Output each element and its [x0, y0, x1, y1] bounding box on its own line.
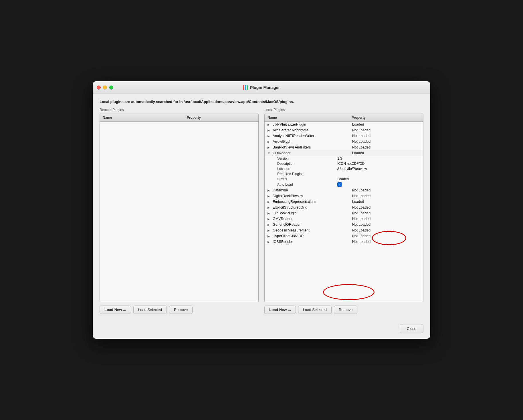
detail-value: 1.3 — [337, 156, 420, 161]
plugin-property: Not Loaded — [352, 145, 420, 149]
minimize-button[interactable] — [103, 86, 107, 90]
remote-table-body[interactable] — [100, 122, 258, 302]
remote-panel-label: Remote Plugins — [100, 108, 259, 112]
plugin-name: EmbossingRepresentations — [273, 200, 352, 204]
list-item[interactable]: ▼ CDIReader Loaded — [265, 150, 423, 156]
local-remove-button[interactable]: Remove — [334, 306, 357, 314]
list-item[interactable]: ▶ AnalyzeNIfTIReaderWriter Not Loaded — [265, 133, 423, 139]
list-item[interactable]: ▶ FlipBookPlugin Not Loaded — [265, 210, 423, 216]
remote-remove-button[interactable]: Remove — [169, 306, 193, 314]
close-button[interactable] — [97, 86, 101, 90]
plugin-property: Not Loaded — [352, 134, 420, 138]
detail-key: Status — [277, 177, 337, 181]
app-icon — [243, 85, 248, 90]
title-bar: Plugin Manager — [93, 81, 430, 94]
list-item[interactable]: ▶ DigitalRockPhysics Not Loaded — [265, 193, 423, 199]
plugin-name: Datamine — [273, 188, 352, 192]
detail-row: Status Loaded — [265, 177, 423, 182]
plugin-name: GeodesicMeasurement — [273, 228, 352, 232]
plugin-name: FlipBookPlugin — [273, 211, 352, 215]
expand-icon: ▶ — [268, 235, 272, 238]
list-item[interactable]: ▶ ArrowGlyph Not Loaded — [265, 139, 423, 144]
plugin-property: Not Loaded — [352, 211, 420, 215]
expand-icon: ▶ — [268, 189, 272, 192]
plugin-property: Not Loaded — [352, 234, 420, 238]
remote-load-new-button[interactable]: Load New ... — [100, 306, 131, 314]
window-title: Plugin Manager — [250, 85, 280, 90]
auto-load-row: Auto Load ✓ — [265, 182, 423, 187]
local-panel-label: Local Plugins — [264, 108, 423, 112]
detail-row: Version 1.3 — [265, 156, 423, 161]
list-item[interactable]: ▶ IOSSReader Not Loaded — [265, 239, 423, 245]
plugin-property: Not Loaded — [352, 194, 420, 198]
plugin-name: GMVReader — [273, 217, 352, 221]
local-load-selected-button[interactable]: Load Selected — [298, 306, 332, 314]
detail-key: Auto Load — [277, 183, 337, 187]
detail-key: Required Plugins — [277, 172, 337, 176]
local-panel: Local Plugins Name Property ▶ vtkPVIniti… — [264, 108, 423, 314]
expand-icon: ▶ — [268, 134, 272, 138]
auto-load-checkbox[interactable]: ✓ — [337, 182, 342, 187]
detail-row: Description ICON netCDF/CDI — [265, 161, 423, 166]
plugin-name: AcceleratedAlgorithms — [273, 128, 352, 132]
list-item[interactable]: ▶ EmbossingRepresentations Loaded — [265, 199, 423, 205]
list-item[interactable]: ▶ ExplicitStructuredGrid Not Loaded — [265, 205, 423, 210]
detail-row: Location /Users/flo/Paraview — [265, 166, 423, 171]
expand-icon: ▶ — [268, 195, 272, 198]
expand-icon: ▶ — [268, 229, 272, 232]
window-content: Local plugins are automatically searched… — [93, 94, 430, 321]
plugin-name: GenericIOReader — [273, 223, 352, 227]
plugin-property: Not Loaded — [352, 217, 420, 221]
expand-icon: ▶ — [268, 212, 272, 215]
list-item[interactable]: ▶ Datamine Not Loaded — [265, 187, 423, 193]
expand-icon: ▶ — [268, 129, 272, 132]
plugin-name: BagPlotViewsAndFilters — [273, 145, 352, 149]
expand-icon: ▶ — [268, 140, 272, 143]
expand-icon: ▶ — [268, 217, 272, 221]
local-load-new-button[interactable]: Load New ... — [264, 306, 296, 314]
detail-key: Location — [277, 167, 337, 171]
detail-value: Loaded — [337, 177, 420, 181]
local-table-header: Name Property — [265, 114, 423, 122]
plugin-name: IOSSReader — [273, 240, 352, 244]
remote-table-header: Name Property — [100, 114, 258, 122]
plugin-property: Loaded — [352, 200, 420, 204]
local-table-body[interactable]: ▶ vtkPVInitializerPlugin Loaded ▶ Accele… — [265, 122, 423, 302]
plugin-name: ArrowGlyph — [273, 140, 352, 144]
plugin-property: Not Loaded — [352, 205, 420, 209]
traffic-lights — [97, 86, 113, 90]
plugin-name: DigitalRockPhysics — [273, 194, 352, 198]
plugin-manager-window: Plugin Manager Local plugins are automat… — [93, 81, 430, 339]
close-dialog-button[interactable]: Close — [400, 324, 423, 333]
plugin-name: HyperTreeGridADR — [273, 234, 352, 238]
plugin-property: Not Loaded — [352, 228, 420, 232]
list-item[interactable]: ▶ GenericIOReader Not Loaded — [265, 222, 423, 227]
list-item[interactable]: ▶ vtkPVInitializerPlugin Loaded — [265, 122, 423, 127]
expand-icon: ▶ — [268, 200, 272, 203]
list-item[interactable]: ▶ GMVReader Not Loaded — [265, 216, 423, 222]
plugin-name: vtkPVInitializerPlugin — [273, 122, 352, 126]
list-item[interactable]: ▶ HyperTreeGridADR Not Loaded — [265, 233, 423, 239]
panels-container: Remote Plugins Name Property Load New ..… — [100, 108, 423, 314]
detail-value — [337, 172, 420, 176]
plugin-property: Not Loaded — [352, 240, 420, 244]
title-bar-title: Plugin Manager — [243, 85, 280, 90]
expand-icon: ▶ — [268, 123, 272, 126]
plugin-property: Not Loaded — [352, 188, 420, 192]
remote-load-selected-button[interactable]: Load Selected — [133, 306, 167, 314]
expand-icon: ▶ — [268, 146, 272, 149]
detail-value: ICON netCDF/CDI — [337, 162, 420, 166]
plugin-property: Not Loaded — [352, 223, 420, 227]
maximize-button[interactable] — [109, 86, 113, 90]
detail-value: /Users/flo/Paraview — [337, 167, 420, 171]
remote-panel: Remote Plugins Name Property Load New ..… — [100, 108, 259, 314]
local-col-name: Name — [268, 116, 352, 120]
expand-icon: ▶ — [268, 206, 272, 209]
expand-icon: ▼ — [268, 152, 272, 155]
remote-col-property: Property — [187, 116, 255, 120]
list-item[interactable]: ▶ BagPlotViewsAndFilters Not Loaded — [265, 144, 423, 150]
list-item[interactable]: ▶ GeodesicMeasurement Not Loaded — [265, 227, 423, 233]
detail-key: Description — [277, 162, 337, 166]
list-item[interactable]: ▶ AcceleratedAlgorithms Not Loaded — [265, 127, 423, 133]
plugin-name: ExplicitStructuredGrid — [273, 205, 352, 209]
